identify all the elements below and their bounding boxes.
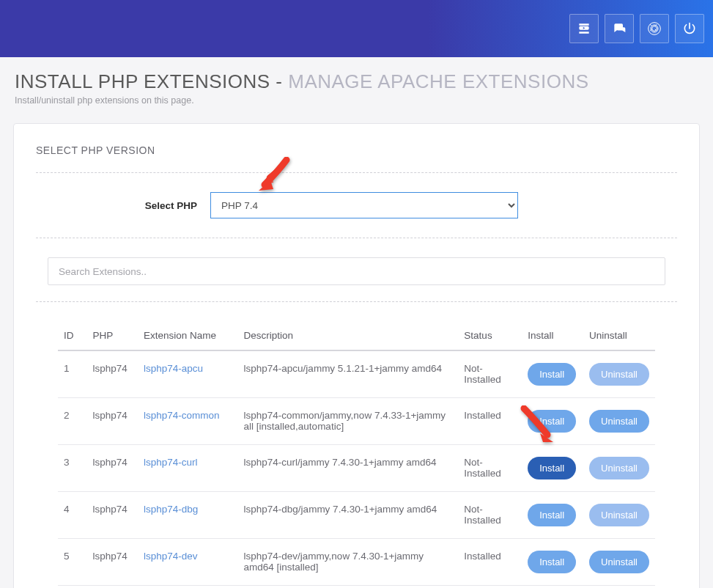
page-header: INSTALL PHP EXTENSIONS - MANAGE APACHE E…: [0, 57, 713, 110]
youtube-button[interactable]: [569, 14, 599, 43]
cell-install: Install: [522, 445, 583, 492]
youtube-icon: [577, 21, 591, 36]
uninstall-button[interactable]: Uninstall: [589, 363, 649, 386]
cell-install: Install: [522, 586, 583, 589]
page-title-sub: MANAGE APACHE EXTENSIONS: [288, 70, 588, 92]
svg-marker-0: [259, 180, 273, 191]
cell-id: 1: [58, 350, 86, 398]
cell-php: lsphp74: [86, 492, 138, 539]
cell-status: Not-Installed: [458, 492, 522, 539]
cell-php: lsphp74: [86, 539, 138, 586]
cell-status: Installed: [458, 539, 522, 586]
cell-install: Install: [522, 539, 583, 586]
cell-id: 5: [58, 539, 86, 586]
divider: [36, 238, 677, 238]
table-row: 6lsphp74lsphp74-igbinarylsphp74-igbinary…: [58, 586, 655, 589]
table-row: 2lsphp74lsphp74-commonlsphp74-common/jam…: [58, 398, 655, 445]
table-row: 5lsphp74lsphp74-devlsphp74-dev/jammy,now…: [58, 539, 655, 586]
install-button[interactable]: Install: [528, 551, 576, 573]
cell-desc: lsphp74-apcu/jammy 5.1.21-1+jammy amd64: [238, 350, 459, 398]
cell-ext: lsphp74-apcu: [138, 350, 238, 398]
install-button[interactable]: Install: [528, 410, 576, 433]
th-id: ID: [58, 321, 86, 350]
uninstall-button[interactable]: Uninstall: [589, 410, 649, 433]
cell-uninstall: Uninstall: [583, 586, 655, 589]
uninstall-button[interactable]: Uninstall: [589, 457, 649, 479]
cell-status: Not-Installed: [458, 350, 522, 398]
cell-uninstall: Uninstall: [583, 350, 655, 398]
cell-uninstall: Uninstall: [583, 398, 655, 445]
cell-ext: lsphp74-curl: [138, 445, 238, 492]
cell-desc: lsphp74-curl/jammy 7.4.30-1+jammy amd64: [238, 445, 459, 492]
cell-uninstall: Uninstall: [583, 492, 655, 539]
table-row: 3lsphp74lsphp74-curllsphp74-curl/jammy 7…: [58, 445, 655, 492]
cell-uninstall: Uninstall: [583, 539, 655, 586]
install-button[interactable]: Install: [528, 504, 576, 526]
cell-id: 4: [58, 492, 86, 539]
cell-php: lsphp74: [86, 350, 138, 398]
cell-install: Install: [522, 350, 583, 398]
th-desc: Description: [238, 321, 459, 350]
cell-ext: lsphp74-dev: [138, 539, 238, 586]
cell-php: lsphp74: [86, 398, 138, 445]
cell-desc: lsphp74-dev/jammy,now 7.4.30-1+jammy amd…: [238, 539, 459, 586]
power-icon: [682, 21, 697, 36]
th-uninstall: Uninstall: [583, 321, 655, 350]
page-subtitle: Install/uninstall php extensions on this…: [15, 95, 698, 106]
topbar: [0, 0, 713, 57]
chat-icon: [612, 21, 627, 36]
cell-ext: lsphp74-dbg: [138, 492, 238, 539]
php-select-row: Select PHP PHP 7.4: [36, 192, 677, 218]
support-button[interactable]: [640, 14, 669, 43]
lifebuoy-icon: [647, 21, 662, 36]
cell-php: lsphp74: [86, 586, 138, 589]
page-title-main: INSTALL PHP EXTENSIONS -: [15, 70, 283, 92]
php-select-label: Select PHP: [36, 200, 197, 211]
cell-id: 3: [58, 445, 86, 492]
search-wrap: [48, 257, 665, 285]
main-card: SELECT PHP VERSION Select PHP PHP 7.4 ID…: [13, 123, 700, 588]
uninstall-button[interactable]: Uninstall: [589, 551, 649, 573]
divider: [36, 301, 677, 302]
install-button[interactable]: Install: [528, 457, 576, 479]
th-php: PHP: [86, 321, 138, 350]
uninstall-button[interactable]: Uninstall: [589, 504, 649, 526]
extensions-table: ID PHP Extension Name Description Status…: [58, 321, 655, 588]
cell-uninstall: Uninstall: [583, 445, 655, 492]
section-title: SELECT PHP VERSION: [36, 144, 677, 156]
install-button[interactable]: Install: [528, 363, 576, 386]
page-title: INSTALL PHP EXTENSIONS - MANAGE APACHE E…: [15, 70, 698, 93]
cell-desc: lsphp74-igbinary/jammy 3.2.7-1+jammy: [238, 586, 459, 589]
chat-button[interactable]: [605, 14, 634, 43]
th-ext: Extension Name: [138, 321, 238, 350]
extensions-table-wrap: ID PHP Extension Name Description Status…: [58, 321, 655, 588]
cell-status: Not-: [458, 586, 522, 589]
cell-desc: lsphp74-dbg/jammy 7.4.30-1+jammy amd64: [238, 492, 459, 539]
cell-install: Install: [522, 398, 583, 445]
php-select[interactable]: PHP 7.4: [210, 192, 518, 218]
table-row: 1lsphp74lsphp74-apculsphp74-apcu/jammy 5…: [58, 350, 655, 398]
cell-ext: lsphp74-igbinary: [138, 586, 238, 589]
th-install: Install: [522, 321, 583, 350]
cell-ext: lsphp74-common: [138, 398, 238, 445]
cell-desc: lsphp74-common/jammy,now 7.4.33-1+jammy …: [238, 398, 459, 445]
cell-id: 2: [58, 398, 86, 445]
cell-status: Installed: [458, 398, 522, 445]
power-button[interactable]: [675, 14, 704, 43]
cell-php: lsphp74: [86, 445, 138, 492]
th-status: Status: [458, 321, 522, 350]
cell-install: Install: [522, 492, 583, 539]
cell-status: Not-Installed: [458, 445, 522, 492]
divider: [36, 172, 677, 173]
table-row: 4lsphp74lsphp74-dbglsphp74-dbg/jammy 7.4…: [58, 492, 655, 539]
search-input[interactable]: [48, 257, 665, 285]
cell-id: 6: [58, 586, 86, 589]
table-header-row: ID PHP Extension Name Description Status…: [58, 321, 655, 350]
